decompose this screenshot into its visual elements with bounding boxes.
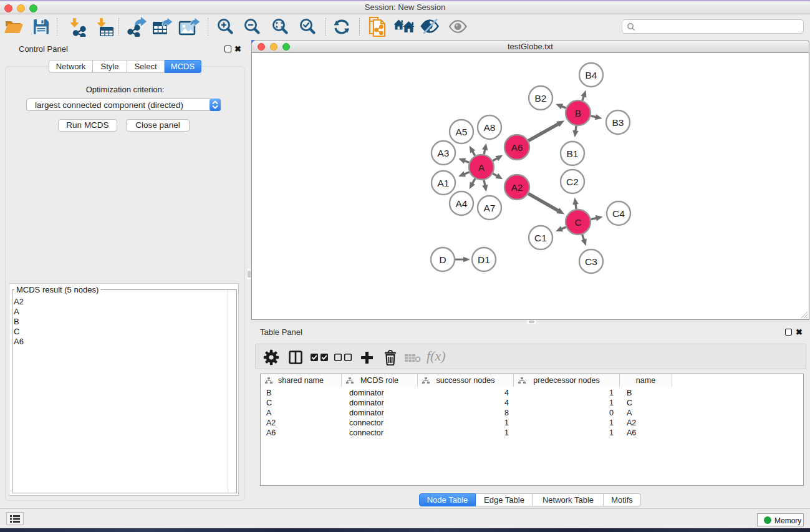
svg-text:B: B: [575, 108, 581, 118]
svg-text:C2: C2: [566, 177, 579, 187]
svg-text:D: D: [439, 254, 446, 265]
svg-text:C: C: [574, 217, 581, 228]
svg-text:B3: B3: [612, 117, 624, 128]
svg-text:B4: B4: [586, 70, 597, 80]
svg-text:A5: A5: [456, 127, 468, 137]
svg-text:D1: D1: [478, 254, 490, 265]
svg-text:A6: A6: [511, 142, 523, 153]
svg-text:C4: C4: [612, 208, 625, 219]
svg-text:A7: A7: [484, 203, 496, 213]
svg-text:B2: B2: [535, 93, 547, 104]
svg-text:A8: A8: [484, 122, 496, 133]
svg-text:B1: B1: [567, 148, 579, 159]
svg-text:C3: C3: [585, 256, 597, 267]
svg-text:A1: A1: [438, 178, 450, 188]
svg-text:A3: A3: [438, 148, 450, 158]
svg-text:A: A: [478, 162, 485, 173]
svg-text:A4: A4: [456, 198, 468, 209]
svg-text:C1: C1: [534, 233, 547, 243]
svg-text:A2: A2: [511, 182, 523, 193]
